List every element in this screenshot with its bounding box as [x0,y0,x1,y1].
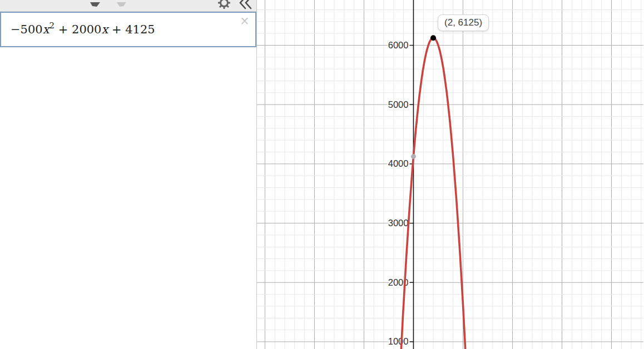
graph-plot: 600050004000300020001000 [257,0,643,349]
collapse-panel-icon[interactable] [238,0,254,12]
redo-icon[interactable] [117,0,127,10]
expression-item[interactable]: −500x2 + 2000x + 4125 × [0,12,256,47]
math-term: + 2000 [55,23,101,36]
svg-text:4000: 4000 [388,158,409,168]
delete-expression-button[interactable]: × [237,14,252,28]
expression-list-empty-area[interactable] [0,47,256,349]
math-variable: x [101,23,108,36]
math-term: + 4125 [108,23,155,36]
svg-text:3000: 3000 [388,218,409,228]
expression-math[interactable]: −500x2 + 2000x + 4125 [11,21,155,36]
svg-text:1000: 1000 [388,336,409,346]
expression-panel: −500x2 + 2000x + 4125 × [0,0,257,349]
undo-icon[interactable] [90,0,101,10]
settings-gear-icon[interactable] [217,0,231,12]
graph-canvas[interactable]: 600050004000300020001000 (2, 6125) [257,0,643,349]
point-label-tooltip: (2, 6125) [438,14,489,31]
expression-toolbar [0,0,256,12]
svg-text:5000: 5000 [388,99,409,109]
svg-text:6000: 6000 [388,40,409,50]
math-variable: x [43,23,49,36]
math-exponent: 2 [49,21,55,31]
graphing-calculator-app: −500x2 + 2000x + 4125 × 6000500040003000… [0,0,644,349]
math-term: −500 [11,23,43,36]
